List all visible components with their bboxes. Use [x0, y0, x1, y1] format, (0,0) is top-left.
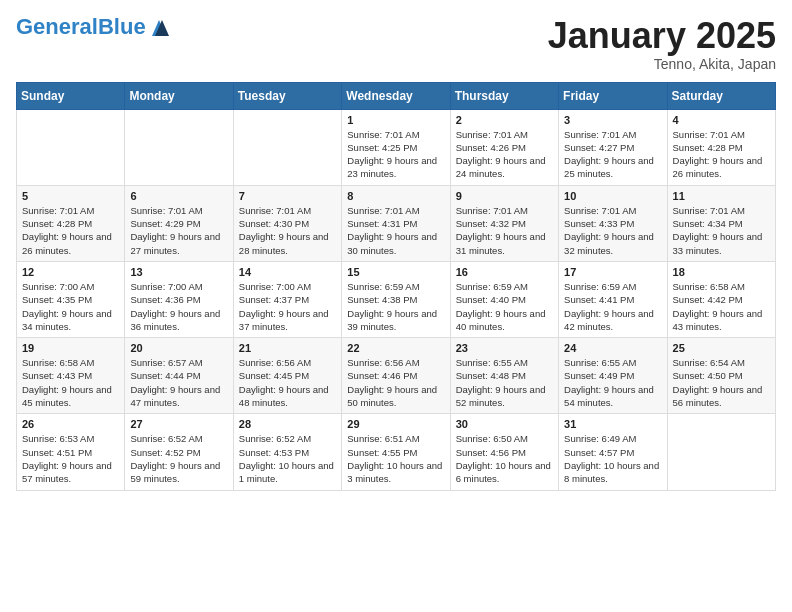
- day-info: Sunrise: 6:55 AM Sunset: 4:49 PM Dayligh…: [564, 356, 661, 409]
- logo-icon: [148, 18, 170, 36]
- day-info: Sunrise: 7:01 AM Sunset: 4:31 PM Dayligh…: [347, 204, 444, 257]
- day-info: Sunrise: 6:57 AM Sunset: 4:44 PM Dayligh…: [130, 356, 227, 409]
- day-info: Sunrise: 7:01 AM Sunset: 4:34 PM Dayligh…: [673, 204, 770, 257]
- day-info: Sunrise: 6:54 AM Sunset: 4:50 PM Dayligh…: [673, 356, 770, 409]
- day-number: 22: [347, 342, 444, 354]
- logo-blue: Blue: [98, 14, 146, 39]
- day-info: Sunrise: 7:01 AM Sunset: 4:30 PM Dayligh…: [239, 204, 336, 257]
- day-number: 18: [673, 266, 770, 278]
- calendar-cell: 31Sunrise: 6:49 AM Sunset: 4:57 PM Dayli…: [559, 414, 667, 490]
- calendar-cell: 10Sunrise: 7:01 AM Sunset: 4:33 PM Dayli…: [559, 185, 667, 261]
- day-info: Sunrise: 7:01 AM Sunset: 4:25 PM Dayligh…: [347, 128, 444, 181]
- calendar-table: SundayMondayTuesdayWednesdayThursdayFrid…: [16, 82, 776, 491]
- day-header-saturday: Saturday: [667, 82, 775, 109]
- calendar-cell: 2Sunrise: 7:01 AM Sunset: 4:26 PM Daylig…: [450, 109, 558, 185]
- day-number: 2: [456, 114, 553, 126]
- day-info: Sunrise: 6:59 AM Sunset: 4:38 PM Dayligh…: [347, 280, 444, 333]
- calendar-cell: 17Sunrise: 6:59 AM Sunset: 4:41 PM Dayli…: [559, 261, 667, 337]
- day-info: Sunrise: 6:52 AM Sunset: 4:52 PM Dayligh…: [130, 432, 227, 485]
- calendar-cell: 28Sunrise: 6:52 AM Sunset: 4:53 PM Dayli…: [233, 414, 341, 490]
- calendar-cell: 21Sunrise: 6:56 AM Sunset: 4:45 PM Dayli…: [233, 338, 341, 414]
- day-number: 15: [347, 266, 444, 278]
- day-info: Sunrise: 6:49 AM Sunset: 4:57 PM Dayligh…: [564, 432, 661, 485]
- calendar-cell: 15Sunrise: 6:59 AM Sunset: 4:38 PM Dayli…: [342, 261, 450, 337]
- day-number: 26: [22, 418, 119, 430]
- day-number: 16: [456, 266, 553, 278]
- calendar-cell: 3Sunrise: 7:01 AM Sunset: 4:27 PM Daylig…: [559, 109, 667, 185]
- day-info: Sunrise: 6:55 AM Sunset: 4:48 PM Dayligh…: [456, 356, 553, 409]
- calendar-cell: 30Sunrise: 6:50 AM Sunset: 4:56 PM Dayli…: [450, 414, 558, 490]
- day-info: Sunrise: 6:59 AM Sunset: 4:40 PM Dayligh…: [456, 280, 553, 333]
- day-number: 27: [130, 418, 227, 430]
- calendar-cell: 29Sunrise: 6:51 AM Sunset: 4:55 PM Dayli…: [342, 414, 450, 490]
- calendar-cell: 18Sunrise: 6:58 AM Sunset: 4:42 PM Dayli…: [667, 261, 775, 337]
- day-info: Sunrise: 6:58 AM Sunset: 4:42 PM Dayligh…: [673, 280, 770, 333]
- day-info: Sunrise: 6:53 AM Sunset: 4:51 PM Dayligh…: [22, 432, 119, 485]
- day-number: 20: [130, 342, 227, 354]
- day-info: Sunrise: 7:01 AM Sunset: 4:33 PM Dayligh…: [564, 204, 661, 257]
- day-info: Sunrise: 7:01 AM Sunset: 4:32 PM Dayligh…: [456, 204, 553, 257]
- day-info: Sunrise: 6:52 AM Sunset: 4:53 PM Dayligh…: [239, 432, 336, 485]
- calendar-cell: 6Sunrise: 7:01 AM Sunset: 4:29 PM Daylig…: [125, 185, 233, 261]
- calendar-cell: 16Sunrise: 6:59 AM Sunset: 4:40 PM Dayli…: [450, 261, 558, 337]
- day-header-wednesday: Wednesday: [342, 82, 450, 109]
- day-info: Sunrise: 7:01 AM Sunset: 4:28 PM Dayligh…: [22, 204, 119, 257]
- day-header-tuesday: Tuesday: [233, 82, 341, 109]
- day-number: 4: [673, 114, 770, 126]
- week-row-1: 1Sunrise: 7:01 AM Sunset: 4:25 PM Daylig…: [17, 109, 776, 185]
- day-info: Sunrise: 7:01 AM Sunset: 4:27 PM Dayligh…: [564, 128, 661, 181]
- days-header-row: SundayMondayTuesdayWednesdayThursdayFrid…: [17, 82, 776, 109]
- day-info: Sunrise: 7:00 AM Sunset: 4:35 PM Dayligh…: [22, 280, 119, 333]
- week-row-5: 26Sunrise: 6:53 AM Sunset: 4:51 PM Dayli…: [17, 414, 776, 490]
- day-number: 12: [22, 266, 119, 278]
- day-number: 11: [673, 190, 770, 202]
- calendar-cell: 11Sunrise: 7:01 AM Sunset: 4:34 PM Dayli…: [667, 185, 775, 261]
- day-info: Sunrise: 7:01 AM Sunset: 4:26 PM Dayligh…: [456, 128, 553, 181]
- day-number: 28: [239, 418, 336, 430]
- calendar-cell: 27Sunrise: 6:52 AM Sunset: 4:52 PM Dayli…: [125, 414, 233, 490]
- day-number: 29: [347, 418, 444, 430]
- week-row-2: 5Sunrise: 7:01 AM Sunset: 4:28 PM Daylig…: [17, 185, 776, 261]
- logo-text: GeneralBlue: [16, 16, 146, 38]
- day-header-thursday: Thursday: [450, 82, 558, 109]
- day-number: 6: [130, 190, 227, 202]
- calendar-cell: 26Sunrise: 6:53 AM Sunset: 4:51 PM Dayli…: [17, 414, 125, 490]
- calendar-cell: 7Sunrise: 7:01 AM Sunset: 4:30 PM Daylig…: [233, 185, 341, 261]
- page-header: GeneralBlue January 2025 Tenno, Akita, J…: [16, 16, 776, 72]
- day-number: 25: [673, 342, 770, 354]
- day-number: 24: [564, 342, 661, 354]
- calendar-cell: 12Sunrise: 7:00 AM Sunset: 4:35 PM Dayli…: [17, 261, 125, 337]
- day-header-sunday: Sunday: [17, 82, 125, 109]
- calendar-cell: 1Sunrise: 7:01 AM Sunset: 4:25 PM Daylig…: [342, 109, 450, 185]
- day-header-friday: Friday: [559, 82, 667, 109]
- week-row-4: 19Sunrise: 6:58 AM Sunset: 4:43 PM Dayli…: [17, 338, 776, 414]
- calendar-cell: 4Sunrise: 7:01 AM Sunset: 4:28 PM Daylig…: [667, 109, 775, 185]
- calendar-cell: [17, 109, 125, 185]
- day-info: Sunrise: 6:58 AM Sunset: 4:43 PM Dayligh…: [22, 356, 119, 409]
- day-number: 17: [564, 266, 661, 278]
- day-header-monday: Monday: [125, 82, 233, 109]
- day-number: 23: [456, 342, 553, 354]
- day-number: 19: [22, 342, 119, 354]
- logo-general: General: [16, 14, 98, 39]
- calendar-cell: 5Sunrise: 7:01 AM Sunset: 4:28 PM Daylig…: [17, 185, 125, 261]
- day-number: 31: [564, 418, 661, 430]
- day-number: 3: [564, 114, 661, 126]
- day-info: Sunrise: 7:00 AM Sunset: 4:37 PM Dayligh…: [239, 280, 336, 333]
- calendar-cell: [233, 109, 341, 185]
- day-info: Sunrise: 7:01 AM Sunset: 4:28 PM Dayligh…: [673, 128, 770, 181]
- calendar-cell: 23Sunrise: 6:55 AM Sunset: 4:48 PM Dayli…: [450, 338, 558, 414]
- title-block: January 2025 Tenno, Akita, Japan: [548, 16, 776, 72]
- day-number: 7: [239, 190, 336, 202]
- day-info: Sunrise: 6:59 AM Sunset: 4:41 PM Dayligh…: [564, 280, 661, 333]
- calendar-cell: 24Sunrise: 6:55 AM Sunset: 4:49 PM Dayli…: [559, 338, 667, 414]
- day-number: 30: [456, 418, 553, 430]
- calendar-cell: 13Sunrise: 7:00 AM Sunset: 4:36 PM Dayli…: [125, 261, 233, 337]
- day-number: 10: [564, 190, 661, 202]
- day-number: 9: [456, 190, 553, 202]
- day-info: Sunrise: 7:00 AM Sunset: 4:36 PM Dayligh…: [130, 280, 227, 333]
- day-info: Sunrise: 6:56 AM Sunset: 4:45 PM Dayligh…: [239, 356, 336, 409]
- day-number: 13: [130, 266, 227, 278]
- calendar-cell: 9Sunrise: 7:01 AM Sunset: 4:32 PM Daylig…: [450, 185, 558, 261]
- location: Tenno, Akita, Japan: [548, 56, 776, 72]
